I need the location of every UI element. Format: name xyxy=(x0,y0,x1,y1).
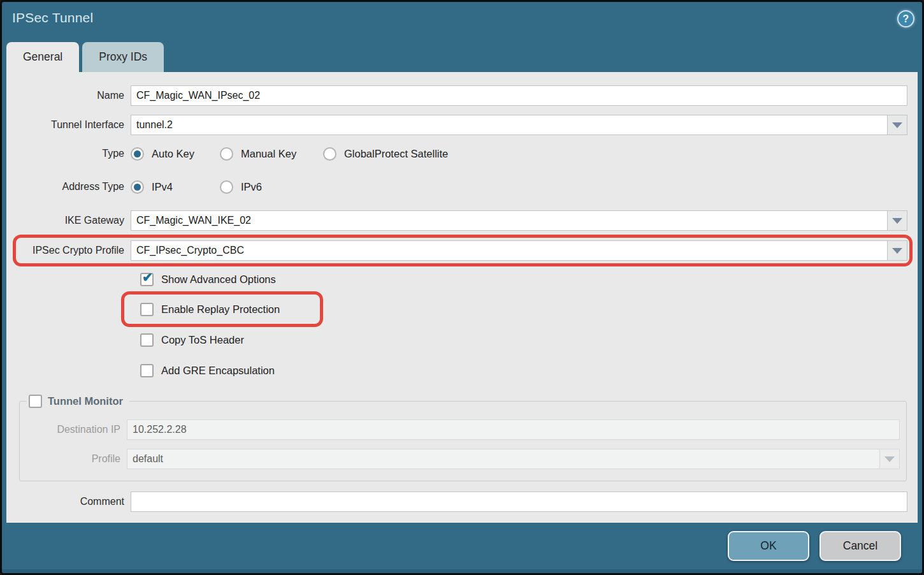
chevron-down-icon xyxy=(892,248,902,254)
general-tab-panel: Name Tunnel Interface Type Auto Key xyxy=(6,72,918,523)
radio-ipv6[interactable] xyxy=(220,180,233,194)
type-option-manual-key: Manual Key xyxy=(220,147,323,161)
name-row: Name xyxy=(6,85,918,106)
name-label: Name xyxy=(6,90,131,101)
show-advanced-options-row: Show Advanced Options xyxy=(6,271,918,288)
radio-manual-key-label: Manual Key xyxy=(241,148,296,160)
radio-ipv4[interactable] xyxy=(131,180,144,194)
tunnel-interface-row: Tunnel Interface xyxy=(6,115,918,135)
type-label: Type xyxy=(6,148,131,159)
comment-label: Comment xyxy=(6,496,131,507)
show-advanced-options-label: Show Advanced Options xyxy=(161,273,276,286)
chevron-down-icon xyxy=(884,456,895,462)
radio-ipv4-label: IPv4 xyxy=(152,181,173,193)
monitor-profile-label: Profile xyxy=(20,453,127,465)
add-gre-encapsulation-checkbox[interactable] xyxy=(140,364,154,377)
radio-globalprotect-satellite-label: GlobalProtect Satellite xyxy=(344,148,448,160)
chevron-down-icon xyxy=(892,218,902,224)
comment-input[interactable] xyxy=(131,491,907,512)
tab-general[interactable]: General xyxy=(6,42,79,72)
ipsec-crypto-profile-input[interactable] xyxy=(131,240,888,261)
tab-bar: General Proxy IDs xyxy=(2,42,922,72)
tunnel-interface-label: Tunnel Interface xyxy=(6,119,131,131)
enable-replay-protection-checkbox[interactable] xyxy=(140,303,154,316)
type-option-globalprotect-satellite: GlobalProtect Satellite xyxy=(323,147,448,161)
ipsec-crypto-profile-dropdown-button[interactable] xyxy=(888,240,907,261)
ike-gateway-dropdown-button[interactable] xyxy=(888,210,907,231)
monitor-profile-row: Profile xyxy=(20,449,906,469)
ok-button[interactable]: OK xyxy=(728,531,809,561)
ipsec-crypto-profile-row: IPSec Crypto Profile xyxy=(6,240,918,261)
show-advanced-options-checkbox[interactable] xyxy=(140,273,154,286)
enable-replay-protection-label: Enable Replay Protection xyxy=(161,303,280,316)
tunnel-interface-dropdown-button[interactable] xyxy=(888,115,907,135)
ike-gateway-row: IKE Gateway xyxy=(6,210,918,231)
destination-ip-input xyxy=(127,419,900,440)
address-type-option-ipv6: IPv6 xyxy=(220,180,262,194)
cancel-button[interactable]: Cancel xyxy=(819,531,901,561)
radio-auto-key[interactable] xyxy=(131,147,144,161)
address-type-row: Address Type IPv4 IPv6 xyxy=(6,178,918,195)
chevron-down-icon xyxy=(892,122,902,128)
copy-tos-header-row: Copy ToS Header xyxy=(6,331,918,348)
help-icon[interactable]: ? xyxy=(897,10,914,27)
tunnel-monitor-checkbox[interactable] xyxy=(29,395,42,408)
destination-ip-label: Destination IP xyxy=(20,424,127,435)
radio-ipv6-label: IPv6 xyxy=(241,181,262,193)
comment-row: Comment xyxy=(6,491,918,512)
radio-auto-key-label: Auto Key xyxy=(152,148,194,160)
monitor-profile-input xyxy=(127,449,880,469)
dialog-footer: OK Cancel xyxy=(2,523,922,569)
address-type-label: Address Type xyxy=(6,181,131,193)
ike-gateway-input[interactable] xyxy=(131,210,888,231)
radio-manual-key[interactable] xyxy=(220,147,233,161)
add-gre-encapsulation-label: Add GRE Encapsulation xyxy=(161,365,275,377)
dialog-titlebar: IPSec Tunnel ? xyxy=(2,2,922,42)
tunnel-monitor-legend: Tunnel Monitor xyxy=(26,395,129,408)
copy-tos-header-label: Copy ToS Header xyxy=(161,334,244,346)
tab-proxy-ids[interactable]: Proxy IDs xyxy=(82,42,164,72)
tunnel-interface-input[interactable] xyxy=(131,115,888,135)
bottom-strip xyxy=(2,569,922,573)
monitor-profile-dropdown-button xyxy=(880,449,900,469)
name-input[interactable] xyxy=(131,85,907,106)
enable-replay-protection-row: Enable Replay Protection xyxy=(6,301,918,317)
tunnel-monitor-group: Tunnel Monitor Destination IP Profile xyxy=(19,395,907,481)
destination-ip-row: Destination IP xyxy=(20,419,906,440)
dialog-title: IPSec Tunnel xyxy=(12,10,93,25)
add-gre-encapsulation-row: Add GRE Encapsulation xyxy=(6,362,918,379)
copy-tos-header-checkbox[interactable] xyxy=(140,333,154,347)
ike-gateway-label: IKE Gateway xyxy=(6,215,131,226)
radio-globalprotect-satellite[interactable] xyxy=(323,147,336,161)
address-type-option-ipv4: IPv4 xyxy=(131,180,220,194)
ipsec-tunnel-dialog: IPSec Tunnel ? General Proxy IDs Name Tu… xyxy=(0,0,924,575)
type-row: Type Auto Key Manual Key GlobalProtect S… xyxy=(6,145,918,162)
ipsec-crypto-profile-label: IPSec Crypto Profile xyxy=(6,245,131,256)
type-option-auto-key: Auto Key xyxy=(131,147,220,161)
tunnel-monitor-label: Tunnel Monitor xyxy=(48,395,123,407)
